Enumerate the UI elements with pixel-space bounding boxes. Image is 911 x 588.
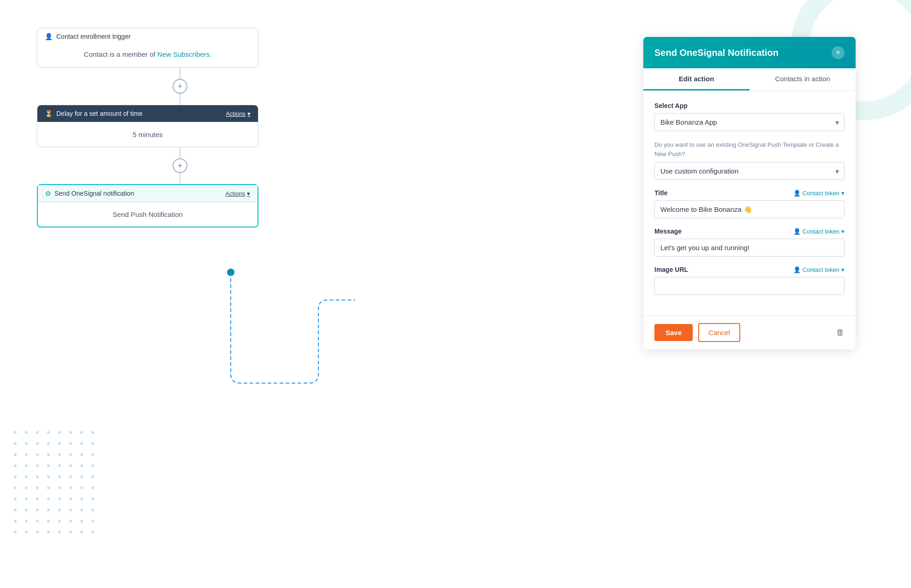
delay-node: ⏳ Delay for a set amount of time Actions… xyxy=(37,105,258,147)
panel-title: Send OneSignal Notification xyxy=(654,48,779,58)
panel-footer: Save Cancel 🗑 xyxy=(643,315,856,349)
title-contact-token-label: Contact token xyxy=(803,190,839,197)
push-template-field: Do you want to use an existing OneSignal… xyxy=(654,140,845,180)
message-field-group: Message 👤 Contact token ▾ xyxy=(654,228,845,257)
select-app-field: Select App Bike Bonanza App ▾ xyxy=(654,102,845,131)
connector-line-1 xyxy=(180,68,180,79)
connector-line-1b xyxy=(180,94,180,105)
hourglass-icon: ⏳ xyxy=(45,110,53,117)
push-template-label: Do you want to use an existing OneSignal… xyxy=(654,140,845,158)
tab-edit-action[interactable]: Edit action xyxy=(643,68,749,90)
tab-edit-label: Edit action xyxy=(679,75,714,83)
delay-actions-chevron: ▾ xyxy=(247,110,251,117)
delay-header-left: ⏳ Delay for a set amount of time xyxy=(45,110,143,117)
delete-button[interactable]: 🗑 xyxy=(836,328,845,337)
notification-node-title: Send OneSignal notification xyxy=(54,190,134,197)
title-input[interactable] xyxy=(654,200,845,218)
title-contact-token-icon: 👤 xyxy=(793,190,801,197)
image-url-input[interactable] xyxy=(654,277,845,295)
message-contact-token-link[interactable]: 👤 Contact token ▾ xyxy=(793,228,845,235)
trash-icon: 🗑 xyxy=(836,328,845,337)
delay-node-header: ⏳ Delay for a set amount of time Actions… xyxy=(37,105,258,122)
delay-node-title: Delay for a set amount of time xyxy=(56,110,143,117)
tab-contacts-label: Contacts in action xyxy=(775,75,830,83)
title-contact-token-chevron: ▾ xyxy=(841,190,845,197)
title-contact-token-link[interactable]: 👤 Contact token ▾ xyxy=(793,190,845,197)
trigger-node-title: Contact enrollment trigger xyxy=(56,33,131,40)
connector-line-2b xyxy=(180,173,180,184)
image-url-contact-token-icon: 👤 xyxy=(793,266,801,273)
message-label-row: Message 👤 Contact token ▾ xyxy=(654,228,845,235)
notification-actions-label: Actions xyxy=(225,190,245,197)
notification-node-body: Send Push Notification xyxy=(38,202,258,227)
message-input[interactable] xyxy=(654,239,845,257)
notification-node: ⊙ Send OneSignal notification Actions ▾ … xyxy=(37,184,258,228)
person-icon: 👤 xyxy=(45,33,53,40)
svg-point-0 xyxy=(227,269,234,276)
title-label-row: Title 👤 Contact token ▾ xyxy=(654,189,845,197)
title-field-group: Title 👤 Contact token ▾ xyxy=(654,189,845,218)
tab-contacts-in-action[interactable]: Contacts in action xyxy=(749,68,856,90)
trigger-body-prefix: Contact is a member of xyxy=(84,50,157,58)
message-contact-token-chevron: ▾ xyxy=(841,228,845,235)
image-url-contact-token-link[interactable]: 👤 Contact token ▾ xyxy=(793,266,845,273)
trigger-link[interactable]: New Subscribers. xyxy=(157,50,212,58)
workflow-canvas: 👤 Contact enrollment trigger Contact is … xyxy=(37,28,323,228)
delay-node-body: 5 minutes xyxy=(37,122,258,147)
panel-tabs: Edit action Contacts in action xyxy=(643,68,856,91)
notification-body-text: Send Push Notification xyxy=(113,210,183,218)
connector-2: + xyxy=(37,147,323,184)
close-panel-button[interactable]: × xyxy=(832,46,845,59)
image-url-label-row: Image URL 👤 Contact token ▾ xyxy=(654,266,845,273)
dashed-connector-line xyxy=(217,235,448,420)
delay-actions-button[interactable]: Actions ▾ xyxy=(226,110,251,117)
notification-node-header: ⊙ Send OneSignal notification Actions ▾ xyxy=(38,185,258,202)
push-template-wrapper: Use custom configuration ▾ xyxy=(654,162,845,180)
push-template-dropdown[interactable]: Use custom configuration xyxy=(654,162,845,180)
onesignal-icon: ⊙ xyxy=(45,190,51,197)
message-contact-token-label: Contact token xyxy=(803,228,839,235)
delay-duration: 5 minutes xyxy=(132,131,162,138)
add-step-button-2[interactable]: + xyxy=(173,158,187,173)
image-url-contact-token-chevron: ▾ xyxy=(841,266,845,273)
notification-actions-button[interactable]: Actions ▾ xyxy=(225,190,250,197)
notification-actions-chevron: ▾ xyxy=(247,190,250,197)
save-button[interactable]: Save xyxy=(654,324,693,341)
trigger-node: 👤 Contact enrollment trigger Contact is … xyxy=(37,28,258,68)
image-url-field-label: Image URL xyxy=(654,266,688,273)
panel: Send OneSignal Notification × Edit actio… xyxy=(643,37,856,349)
notification-header-left: ⊙ Send OneSignal notification xyxy=(45,190,134,197)
select-app-label: Select App xyxy=(654,102,845,109)
image-url-field-group: Image URL 👤 Contact token ▾ xyxy=(654,266,845,295)
message-field-label: Message xyxy=(654,228,682,235)
title-field-label: Title xyxy=(654,189,668,197)
trigger-node-body: Contact is a member of New Subscribers. xyxy=(37,45,258,67)
cancel-button[interactable]: Cancel xyxy=(698,323,740,342)
panel-body: Select App Bike Bonanza App ▾ Do you wan… xyxy=(643,91,856,315)
connector-line-2 xyxy=(180,147,180,158)
plus-icon-2: + xyxy=(178,161,183,171)
image-url-contact-token-label: Contact token xyxy=(803,266,839,273)
trigger-node-header: 👤 Contact enrollment trigger xyxy=(37,28,258,45)
delay-actions-label: Actions xyxy=(226,110,246,117)
select-app-dropdown[interactable]: Bike Bonanza App xyxy=(654,113,845,131)
dot-grid-decoration xyxy=(14,431,106,533)
plus-icon-1: + xyxy=(178,82,183,91)
select-app-wrapper: Bike Bonanza App ▾ xyxy=(654,113,845,131)
panel-header: Send OneSignal Notification × xyxy=(643,37,856,68)
message-contact-token-icon: 👤 xyxy=(793,228,801,235)
close-icon: × xyxy=(836,48,840,57)
connector-1: + xyxy=(37,68,323,105)
add-step-button-1[interactable]: + xyxy=(173,79,187,94)
